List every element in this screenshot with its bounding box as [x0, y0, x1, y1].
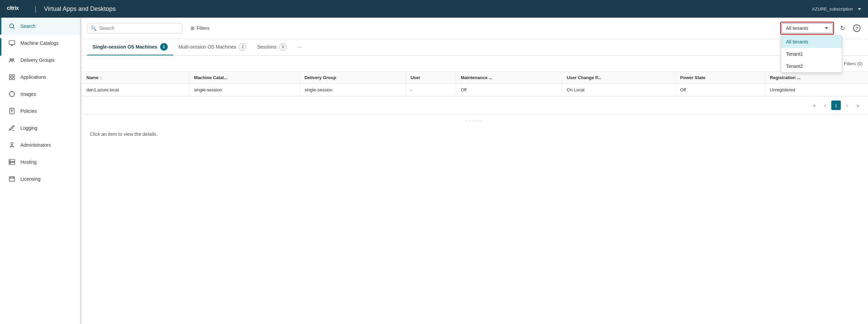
tenant-option-1[interactable]: Tenant1	[781, 48, 842, 60]
svg-point-21	[10, 163, 11, 164]
svg-point-7	[12, 59, 14, 60]
header-user-area[interactable]: AZURE_subscription	[812, 6, 861, 12]
header-title: Virtual Apps and Desktops	[44, 5, 116, 13]
sidebar: Search Machine Catalogs Delivery Groups …	[0, 18, 82, 324]
tenant-option-2[interactable]: Tenant2	[781, 60, 842, 72]
logging-icon	[8, 124, 16, 132]
tab-badge-single-session: 1	[160, 43, 168, 51]
drag-dots: ......	[466, 116, 484, 123]
tenant-option-0[interactable]: All tenants	[781, 36, 842, 48]
images-icon	[8, 90, 16, 98]
col-header-name[interactable]: Name↓	[82, 72, 189, 84]
sidebar-label-administrators: Administrators	[20, 142, 51, 148]
prev-page-button[interactable]: ‹	[820, 101, 830, 110]
refresh-button[interactable]: ↻	[837, 22, 848, 34]
sidebar-item-licensing[interactable]: Licensing	[0, 170, 81, 187]
col-header-user-change-p: User Change P...	[562, 72, 675, 84]
help-button[interactable]: ?	[851, 22, 863, 34]
svg-text:citrix: citrix	[7, 5, 19, 11]
cell-registration: Unregistered	[765, 84, 868, 96]
tab-label-single-session: Single-session OS Machines	[93, 44, 157, 50]
user-name[interactable]: AZURE_subscription	[812, 6, 853, 12]
main-content: 🔍 ⊞ Filters All tenants All tenantsTenan…	[82, 18, 868, 324]
tenant-chevron-icon	[825, 27, 828, 29]
col-header-delivery-group: Delivery Group	[300, 72, 406, 84]
tenant-dropdown-button[interactable]: All tenants	[782, 23, 833, 33]
active-indicator	[0, 38, 1, 56]
next-page-button[interactable]: ›	[842, 101, 852, 110]
filter-icon: ⊞	[190, 25, 195, 31]
search-box[interactable]: 🔍	[87, 23, 182, 33]
sidebar-label-search: Search	[20, 23, 35, 29]
user-menu-chevron[interactable]	[856, 6, 861, 12]
svg-point-17	[11, 143, 13, 145]
policies-icon	[8, 107, 16, 115]
refresh-icon: ↻	[840, 24, 845, 32]
search-input[interactable]	[99, 25, 179, 31]
main-layout: Search Machine Catalogs Delivery Groups …	[0, 18, 868, 324]
sidebar-item-machine-catalogs[interactable]: Machine Catalogs	[0, 35, 81, 52]
sidebar-item-logging[interactable]: Logging	[0, 120, 81, 137]
sidebar-item-policies[interactable]: Policies	[0, 103, 81, 120]
tab-single-session[interactable]: Single-session OS Machines1	[87, 39, 173, 55]
detail-placeholder-text: Click an item to view the details.	[90, 131, 157, 137]
detail-panel: ...... Click an item to view the details…	[82, 114, 868, 144]
svg-rect-8	[10, 75, 12, 77]
sidebar-item-applications[interactable]: Applications	[0, 69, 81, 86]
svg-rect-22	[10, 177, 15, 181]
data-table: Name↓Machine Catal...Delivery GroupUserM…	[82, 72, 868, 96]
col-header-user: User	[405, 72, 456, 84]
svg-point-1	[10, 24, 14, 28]
tab-label-more: ···	[298, 44, 302, 50]
tab-multi-session[interactable]: Multi-session OS Machines2	[173, 39, 252, 55]
tab-sessions[interactable]: Sessions0	[252, 39, 292, 55]
machine-catalogs-icon	[8, 39, 16, 47]
tenant-dropdown-menu: All tenantsTenant1Tenant2	[781, 35, 842, 73]
col-header-registration: Registration ...	[765, 72, 868, 84]
sidebar-label-licensing: Licensing	[20, 176, 40, 182]
tab-label-multi-session: Multi-session OS Machines	[179, 44, 236, 50]
search-icon	[8, 22, 16, 30]
table-header: Name↓Machine Catal...Delivery GroupUserM…	[82, 72, 868, 84]
svg-rect-9	[13, 75, 15, 77]
sidebar-label-images: Images	[20, 91, 36, 97]
sort-arrow-name: ↓	[100, 75, 102, 80]
page-1-button[interactable]: 1	[831, 101, 841, 110]
sidebar-item-hosting[interactable]: Hosting	[0, 154, 81, 170]
help-icon: ?	[853, 24, 861, 32]
table-toolbar: ⫼⫼⫼ ⬇ Filters (0)	[82, 56, 868, 72]
sidebar-label-machine-catalogs: Machine Catalogs	[20, 40, 59, 46]
sidebar-label-logging: Logging	[20, 125, 37, 131]
licensing-icon	[8, 175, 16, 183]
svg-line-2	[13, 28, 15, 29]
sidebar-item-delivery-groups[interactable]: Delivery Groups	[0, 52, 81, 69]
sidebar-nav: Search Machine Catalogs Delivery Groups …	[0, 18, 81, 187]
tab-more[interactable]: ···	[292, 40, 307, 54]
toolbar: 🔍 ⊞ Filters All tenants All tenantsTenan…	[82, 18, 868, 39]
svg-rect-3	[9, 41, 15, 45]
cell-user-change-p: On Local	[562, 84, 675, 96]
table-row[interactable]: dan1.azure.localsingle-sessionsingle-ses…	[82, 84, 868, 96]
last-page-button[interactable]: »	[853, 101, 863, 110]
sidebar-resize-handle[interactable]	[80, 18, 81, 324]
tab-badge-sessions: 0	[279, 43, 287, 51]
tab-label-sessions: Sessions	[257, 44, 277, 50]
filters-button[interactable]: ⊞ Filters	[186, 23, 214, 33]
drag-handle-area[interactable]: ......	[82, 114, 868, 125]
app-header: citrix | Virtual Apps and Desktops AZURE…	[0, 0, 868, 18]
sidebar-item-search[interactable]: Search	[0, 18, 81, 35]
cell-user: -	[405, 84, 456, 96]
detail-content: Click an item to view the details.	[82, 125, 868, 144]
table-body: dan1.azure.localsingle-sessionsingle-ses…	[82, 84, 868, 96]
sidebar-item-administrators[interactable]: Administrators	[0, 137, 81, 154]
sidebar-item-images[interactable]: Images	[0, 86, 81, 103]
delivery-groups-icon	[8, 56, 16, 64]
filters-count[interactable]: Filters (0)	[844, 61, 863, 66]
header-divider: |	[35, 5, 36, 13]
citrix-logo: citrix	[7, 4, 27, 14]
svg-rect-10	[10, 78, 12, 80]
cell-power-state: Off	[675, 84, 765, 96]
first-page-button[interactable]: «	[809, 101, 819, 110]
sidebar-label-policies: Policies	[20, 108, 37, 114]
col-header-power-state: Power State	[675, 72, 765, 84]
